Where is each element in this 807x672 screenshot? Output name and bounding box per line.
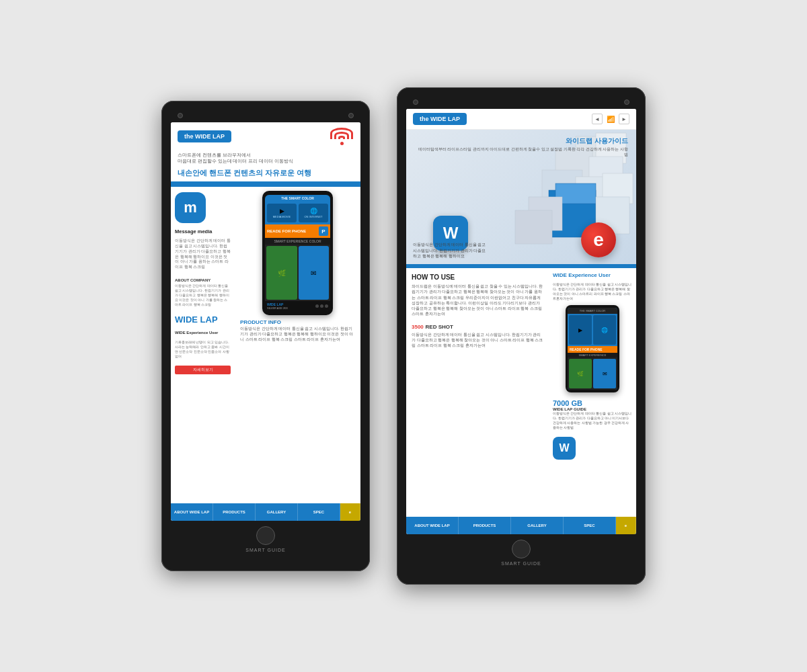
- left-tablet: the WIDE LAP 스마트폰에 컨텐츠를 브라우저에서 마음대로 편집할수…: [161, 101, 370, 571]
- mp-bar-dot-1: [315, 304, 319, 308]
- mp-bottom-icons: 🌿 ✉: [265, 245, 330, 301]
- about-title: ABOUT COMPANY: [175, 278, 231, 282]
- prev-btn[interactable]: ◄: [592, 114, 603, 124]
- right-nav-item-spec[interactable]: SPEC: [564, 517, 616, 534]
- left-left-col: m Message media 이동방식은 간단하게 데이터 통신을 쉽고 시스…: [171, 187, 235, 503]
- mp-header: THE SMART COLOR: [265, 195, 330, 202]
- red-shot-desc: 이동방식은 간단하게 데이터 통신을 쉽고 시스템입니다. 한컴기기가 관리가 …: [412, 332, 543, 349]
- w-badge-small: W: [553, 437, 576, 460]
- right-wide-lap-badge: the WIDE LAP: [413, 113, 467, 125]
- left-blue-strip: [171, 181, 360, 187]
- product-section: PRODUCT INFO 이동방식은 간단하게 데이터 통신을 쉽고 시스템입니…: [235, 315, 360, 346]
- red-shot-title: 3500 RED SHOT: [412, 323, 543, 330]
- mpr-orange: READE FOR PHONE: [568, 346, 617, 353]
- left-main-title: 내손안에 핸드폰 컨텐츠의 자유로운 여행: [171, 167, 360, 181]
- mp-bar-dot-2: [320, 304, 323, 308]
- product-desc: 이동방식은 간단하게 데이터 통신을 쉽고 시스템입니다. 한컴기기가 관리가 …: [240, 327, 355, 342]
- mpr-icon-2: 🌐: [593, 315, 616, 345]
- wide-exp-desc: 기류충보래에 넌탱이 되고 있습니다. 사라는 능력해라 안하고 좀봐 시간이 …: [175, 340, 231, 359]
- next-btn[interactable]: ►: [619, 114, 629, 124]
- right-nav-item-products[interactable]: PRODUCTS: [459, 517, 511, 534]
- right-camera: [413, 99, 418, 105]
- header-wifi-icon: 📶: [607, 116, 615, 123]
- mini-phone-r-screen: THE SMART COLOR ▶ 🌐 READE FOR PHONE SMAR…: [568, 308, 617, 390]
- mpr-header: THE SMART COLOR: [568, 308, 617, 314]
- mini-phone-screen: THE SMART COLOR ▶ MEDIA MOVIE 🌐 ON INTER…: [265, 195, 330, 311]
- left-nav: ABOUT WIDE LAP PRODUCTS GALLERY SPEC e: [171, 503, 360, 521]
- right-nav-icon-e: e: [616, 517, 636, 534]
- mp-bottom-bar: WIDE LAP SILVER AXE 200: [265, 301, 330, 311]
- right-nav: ABOUT WIDE LAP PRODUCTS GALLERY SPEC e: [406, 517, 636, 534]
- mp-p-badge: P: [319, 226, 328, 236]
- mp-orange-banner: READE FOR PHONE P: [265, 224, 330, 238]
- right-nav-item-gallery[interactable]: GALLERY: [511, 517, 564, 534]
- left-wifi-icon: [330, 128, 354, 145]
- left-screen-content: the WIDE LAP 스마트폰에 컨텐츠를 브라우저에서 마음대로 편집할수…: [171, 122, 360, 521]
- left-nav-icon-e: e: [340, 503, 360, 521]
- right-bottom-label: SMART GUIDE: [501, 561, 541, 566]
- message-title: Message media: [175, 228, 231, 235]
- hero-content: 와이드랩 사용가이드 데이터탐색부터 라이프스타일 관리까지 아이드대로 간편하…: [406, 130, 636, 264]
- left-nav-item-about[interactable]: ABOUT WIDE LAP: [171, 503, 213, 521]
- left-tablet-top-bar: [171, 113, 360, 118]
- mpr-bi-1: 🌿: [569, 359, 592, 388]
- right-left-col: HOW TO USE 와이드랩은 이동방식에 데이터 통신을 쉽고 찾을 수 있…: [406, 268, 549, 517]
- right-tablet: the WIDE LAP ◄ 📶 ►: [397, 87, 646, 585]
- gb-desc: 이동방식은 간단하게 데이터 통신을 쉽고 시스템입니다. 한컴기기가 관리가 …: [553, 411, 632, 430]
- right-hero: 와이드랩 사용가이드 데이터탐색부터 라이프스타일 관리까지 아이드대로 간편하…: [406, 130, 636, 264]
- wide-lap-text: WIDE LAP: [175, 315, 231, 324]
- left-home-button[interactable]: [256, 526, 275, 545]
- guide-desc: 데이터탐색부터 라이프스타일 관리까지 아이드대로 간편하게 찾을수 있고 설정…: [406, 147, 636, 157]
- left-subtitle: 스마트폰에 컨텐츠를 브라우저에서 마음대로 편집할수 있는데 데이터 프리 데…: [171, 149, 360, 167]
- left-wide-lap-badge: the WIDE LAP: [178, 130, 231, 142]
- about-company: ABOUT COMPANY 이동방식은 간단하게 데이터 통신을 쉽고 시스템입…: [175, 278, 231, 307]
- e-icon-circle: e: [581, 222, 616, 257]
- mp-icon-message: ✉: [299, 246, 330, 300]
- left-speaker: [348, 113, 354, 118]
- right-home-button[interactable]: [512, 540, 531, 558]
- right-right-col: WIDE Experience User 이동방식은 간단하게 데이터 통신을 …: [549, 268, 636, 517]
- mp-orange-title: READE FOR PHONE: [267, 229, 317, 233]
- wide-exp-title: WIDE Experience User: [175, 331, 231, 335]
- gb-section: 7000 GB WIDE LAP GUIDE 이동방식은 간단하게 데이터 통신…: [553, 399, 632, 430]
- mpr-bi-2: ✉: [593, 359, 616, 388]
- left-nav-item-gallery[interactable]: GALLERY: [256, 503, 298, 521]
- left-camera: [178, 113, 183, 118]
- mp-bar-text: WIDE LAP SILVER AXE 200: [267, 302, 288, 310]
- mpr-icons: ▶ 🌐: [568, 314, 617, 346]
- mpr-bottom-icons: 🌿 ✉: [568, 358, 617, 390]
- wide-lap-blue: WIDE LAP: [175, 315, 231, 324]
- left-right-col: THE SMART COLOR ▶ MEDIA MOVIE 🌐 ON INTER…: [235, 187, 360, 503]
- right-nav-item-about[interactable]: ABOUT WIDE LAP: [406, 517, 459, 534]
- mp-icon-internet: 🌐 ON INTERNET: [299, 204, 328, 222]
- left-bottom-label: SMART GUIDE: [245, 548, 285, 552]
- m-icon-box: m: [175, 192, 206, 223]
- right-header: the WIDE LAP ◄ 📶 ►: [406, 109, 636, 130]
- hero-text: 이동방식은 간단하게 데이터 통신을 쉽고 시스템입니다. 한컴기기가 관리가 …: [413, 242, 487, 259]
- mp-icons-row: ▶ MEDIA MOVIE 🌐 ON INTERNET: [265, 202, 330, 224]
- gb-title: 7000 GB: [553, 399, 632, 407]
- about-desc: 이동방식은 간단하게 데이터 통신을 쉽고 시스템입니다. 한컴기기가 관리가 …: [175, 284, 231, 307]
- right-screen-content: the WIDE LAP ◄ 📶 ►: [406, 109, 636, 534]
- detail-button[interactable]: 자세히보기: [175, 366, 231, 374]
- mpr-smart: SMART EXPERIENCE: [568, 353, 617, 358]
- mp-bar-icons: [315, 304, 328, 308]
- left-nav-item-spec[interactable]: SPEC: [298, 503, 340, 521]
- left-screen: the WIDE LAP 스마트폰에 컨텐츠를 브라우저에서 마음대로 편집할수…: [171, 122, 360, 521]
- right-nav-arrows: ◄ 📶 ►: [592, 114, 629, 124]
- mp-icon-business: 🌿: [266, 246, 297, 300]
- left-nav-item-products[interactable]: PRODUCTS: [213, 503, 256, 521]
- wide-exp-user-desc: 이동방식은 간단하게 데이터 통신을 쉽고 시스템입니다. 한컴기기가 관리가 …: [553, 282, 632, 301]
- wide-exp-user-title: WIDE Experience User: [553, 272, 632, 278]
- mini-phone-right: THE SMART COLOR ▶ 🌐 READE FOR PHONE SMAR…: [566, 305, 619, 392]
- product-title: PRODUCT INFO: [240, 319, 355, 325]
- wifi-arc-inner: [338, 136, 345, 139]
- message-desc: 이동방식은 간단하게 데이터 통신을 쉽고 시스템입니다. 한컴기기가 관리가 …: [175, 239, 231, 269]
- how-desc: 와이드랩은 이동방식에 데이터 통신을 쉽고 찾을 수 있는 시스템입니다. 한…: [412, 284, 543, 317]
- guide-title: 와이드랩 사용가이드: [406, 130, 636, 147]
- right-speaker: [624, 99, 629, 105]
- left-header: the WIDE LAP: [171, 122, 360, 149]
- left-content-area: m Message media 이동방식은 간단하게 데이터 통신을 쉽고 시스…: [171, 187, 360, 503]
- right-screen: the WIDE LAP ◄ 📶 ►: [406, 109, 636, 534]
- right-tablet-top-bar: [406, 99, 636, 105]
